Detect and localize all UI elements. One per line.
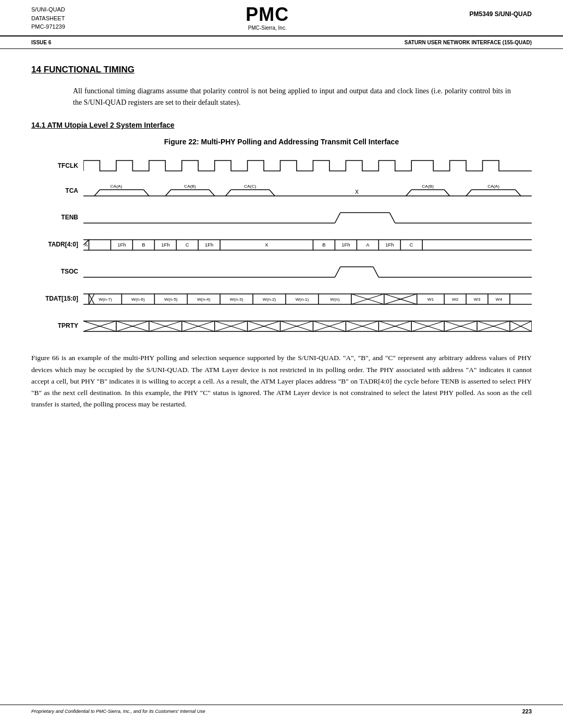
main-content: 14 FUNCTIONAL TIMING All functional timi… (0, 49, 563, 431)
svg-text:1Fh: 1Fh (205, 242, 213, 248)
svg-line-3 (143, 190, 149, 196)
svg-text:C: C (410, 242, 413, 248)
sub-header: ISSUE 6 SATURN USER NETWORK INTERFACE (1… (0, 36, 563, 49)
tadr-row: TADR[4:0] A 1Fh (31, 233, 532, 255)
pmc-logo: PMC (246, 5, 289, 24)
svg-text:CA(B): CA(B) (184, 184, 196, 189)
tca-label: TCA (31, 187, 83, 194)
svg-text:B: B (142, 242, 145, 248)
svg-text:W1: W1 (427, 297, 434, 302)
svg-line-23 (335, 213, 340, 223)
tsoc-wave (83, 261, 532, 282)
svg-text:W(n-2): W(n-2) (263, 297, 276, 302)
figure-title: Figure 22: Multi-PHY Polling and Address… (31, 138, 532, 146)
tprty-row: TPRTY (31, 315, 532, 337)
svg-text:CA(A): CA(A) (487, 184, 499, 189)
svg-text:W2: W2 (452, 297, 459, 302)
svg-text:1Fh: 1Fh (117, 242, 126, 248)
svg-text:1Fh: 1Fh (385, 242, 394, 248)
tdat-label: TDAT[15:0] (31, 295, 83, 302)
svg-line-25 (389, 213, 395, 223)
tfclk-wave (83, 156, 532, 175)
svg-line-56 (335, 267, 340, 277)
footer: Proprietary and Confidential to PMC-Sier… (0, 705, 563, 718)
svg-text:W(n-4): W(n-4) (197, 297, 211, 302)
description-text: Figure 66 is an example of the multi-PHY… (31, 352, 532, 410)
svg-text:W4: W4 (496, 297, 503, 302)
svg-text:W(n): W(n) (330, 297, 339, 302)
tfclk-row: TFCLK (31, 156, 532, 175)
svg-text:W3: W3 (474, 297, 481, 302)
tca-row: TCA CA(A) CA(B) (31, 180, 532, 201)
svg-text:B: B (322, 242, 325, 248)
svg-line-1 (94, 190, 100, 196)
svg-text:CA(C): CA(C) (244, 184, 256, 189)
tadr-wave: A 1Fh B 1Fh C (83, 233, 532, 255)
svg-text:CA(B): CA(B) (422, 184, 434, 189)
svg-text:X: X (265, 242, 268, 248)
tenb-label: TENB (31, 214, 83, 221)
timing-diagram: TFCLK TCA (31, 156, 532, 337)
footer-page: 223 (522, 708, 532, 714)
tadr-label: TADR[4:0] (31, 241, 83, 248)
tenb-row: TENB (31, 206, 532, 228)
company-line2: DATASHEET (31, 14, 65, 23)
pmc-logo-sub: PMC-Sierra, Inc. (248, 25, 287, 31)
svg-text:1Fh: 1Fh (341, 242, 350, 248)
intro-text: All functional timing diagrams assume th… (73, 85, 511, 109)
svg-text:X: X (355, 189, 359, 195)
svg-text:A: A (84, 242, 88, 248)
svg-line-58 (373, 267, 378, 277)
svg-line-9 (226, 190, 231, 196)
tprty-label: TPRTY (31, 322, 83, 329)
company-line1: S/UNI-QUAD (31, 5, 65, 14)
svg-text:1Fh: 1Fh (161, 242, 169, 248)
tsoc-row: TSOC (31, 261, 532, 282)
company-line3: PMC-971239 (31, 22, 65, 31)
header-right: PM5349 S/UNI-QUAD (470, 5, 532, 18)
svg-text:W(n-1): W(n-1) (296, 297, 309, 302)
header-left: S/UNI-QUAD DATASHEET PMC-971239 (31, 5, 65, 31)
tdat-wave: W(n-7) W(n-6) W(n-5) W(n-4) W(n-3) (83, 288, 532, 310)
svg-line-5 (165, 190, 170, 196)
issue-label: ISSUE 6 (31, 40, 51, 45)
svg-text:W(n-5): W(n-5) (164, 297, 178, 302)
svg-line-18 (466, 190, 471, 196)
svg-text:W(n-3): W(n-3) (230, 297, 243, 302)
svg-text:CA(A): CA(A) (111, 184, 123, 189)
tprty-wave (83, 315, 532, 337)
svg-text:A: A (366, 242, 370, 248)
subsection-title: 14.1 ATM Utopia Level 2 System Interface (31, 121, 532, 129)
tca-wave: CA(A) CA(B) CA(C) X (83, 180, 532, 201)
tenb-wave (83, 206, 532, 228)
svg-line-11 (270, 190, 275, 196)
svg-text:W(n-7): W(n-7) (99, 297, 112, 302)
tfclk-label: TFCLK (31, 162, 83, 169)
svg-text:W(n-6): W(n-6) (131, 297, 145, 302)
header: S/UNI-QUAD DATASHEET PMC-971239 PMC PMC-… (0, 0, 563, 36)
tsoc-label: TSOC (31, 268, 83, 275)
page: S/UNI-QUAD DATASHEET PMC-971239 PMC PMC-… (0, 0, 563, 728)
svg-text:C: C (186, 242, 189, 248)
svg-line-16 (444, 190, 449, 196)
tdat-row: TDAT[15:0] W(n-7) W(n-6 (31, 288, 532, 310)
section-title: 14 FUNCTIONAL TIMING (31, 65, 532, 75)
footer-left: Proprietary and Confidential to PMC-Sier… (31, 709, 205, 714)
svg-line-14 (406, 190, 411, 196)
header-center: PMC PMC-Sierra, Inc. (246, 5, 289, 31)
sub-header-title: SATURN USER NETWORK INTERFACE (155-QUAD) (405, 40, 532, 45)
svg-line-7 (209, 190, 214, 196)
svg-line-20 (516, 190, 521, 196)
